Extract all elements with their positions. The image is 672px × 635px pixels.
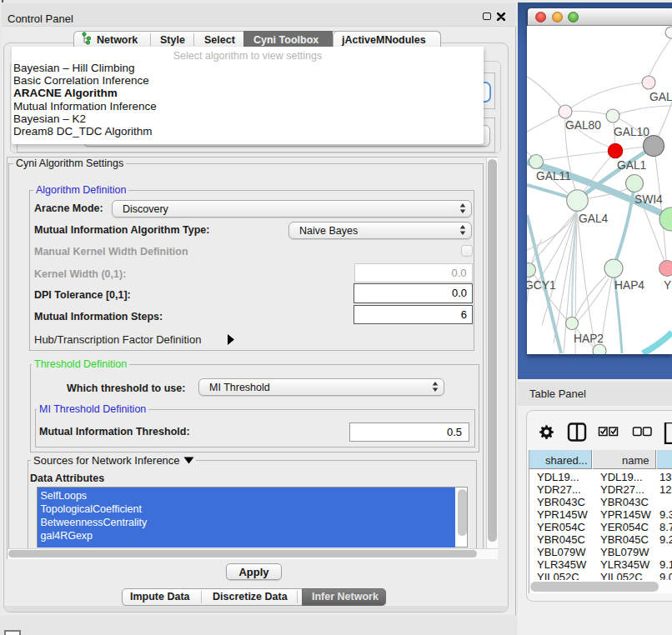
svg-text:HAP2: HAP2 bbox=[574, 332, 604, 345]
svg-text:GAL1: GAL1 bbox=[617, 159, 646, 172]
svg-text:GAL10: GAL10 bbox=[614, 126, 649, 138]
svg-text:SWI4: SWI4 bbox=[634, 193, 663, 206]
svg-text:HAP4: HAP4 bbox=[614, 279, 644, 292]
svg-text:GAL7: GAL7 bbox=[649, 91, 672, 103]
svg-text:GCY1: GCY1 bbox=[527, 279, 556, 292]
svg-text:GAL80: GAL80 bbox=[565, 119, 601, 132]
svg-text:GAL11: GAL11 bbox=[536, 170, 571, 182]
svg-text:YM: YM bbox=[664, 279, 672, 292]
svg-text:GAL4: GAL4 bbox=[579, 212, 609, 225]
